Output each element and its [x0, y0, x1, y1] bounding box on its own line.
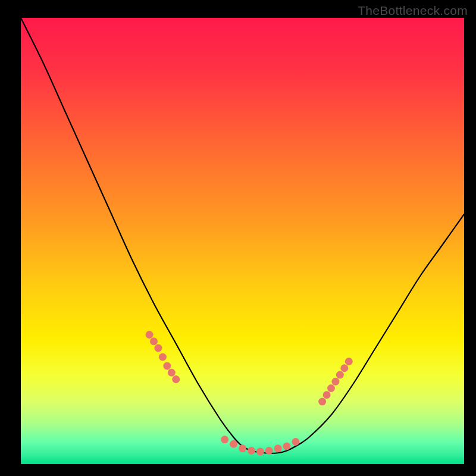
- highlight-dot-left: [168, 369, 176, 377]
- highlight-dot-left: [146, 331, 154, 339]
- highlight-dot-bottom: [256, 448, 264, 456]
- highlight-dot-left: [163, 362, 171, 370]
- highlight-dot-right: [331, 378, 339, 386]
- highlight-dot-left: [172, 375, 180, 383]
- highlight-dot-right: [345, 358, 353, 365]
- highlight-dot-bottom: [248, 447, 255, 455]
- highlight-dot-left: [159, 353, 167, 361]
- watermark-text: TheBottleneck.com: [358, 4, 468, 18]
- highlight-dot-bottom: [283, 443, 291, 450]
- highlight-dot-bottom: [221, 436, 228, 443]
- highlight-dot-right: [336, 371, 344, 379]
- highlight-dot-bottom: [230, 440, 237, 448]
- chart-container: [0, 0, 476, 476]
- chart-background: [21, 18, 464, 464]
- highlight-dot-bottom: [239, 444, 246, 452]
- highlight-dot-right: [327, 384, 335, 392]
- highlight-dot-right: [340, 364, 348, 372]
- highlight-dot-left: [154, 345, 162, 352]
- highlight-dot-right: [323, 391, 331, 399]
- highlight-dot-right: [318, 398, 326, 406]
- highlight-dot-bottom: [292, 438, 299, 446]
- highlight-dot-bottom: [274, 444, 282, 452]
- bottleneck-chart: [0, 0, 476, 476]
- highlight-dot-left: [150, 337, 158, 345]
- highlight-dot-bottom: [265, 447, 273, 455]
